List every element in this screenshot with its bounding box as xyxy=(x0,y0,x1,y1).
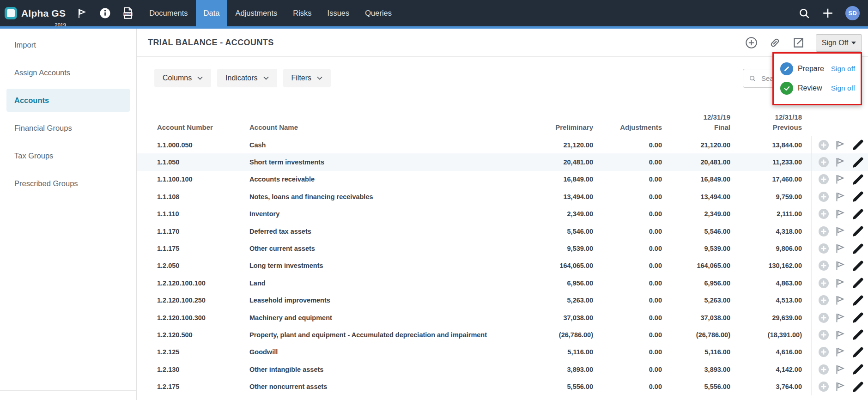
row-flag-icon[interactable] xyxy=(835,139,846,151)
row-add-icon[interactable] xyxy=(818,278,829,289)
row-edit-icon[interactable] xyxy=(851,328,865,341)
row-flag-icon[interactable] xyxy=(835,381,846,392)
nav-tab[interactable]: Queries xyxy=(357,0,400,26)
row-add-icon[interactable] xyxy=(818,139,829,151)
row-flag-icon[interactable] xyxy=(835,226,846,237)
filters-button[interactable]: Filters xyxy=(283,69,331,87)
col-account-name[interactable]: Account Name xyxy=(249,122,501,133)
col-account-number[interactable]: Account Number xyxy=(157,122,249,133)
row-edit-icon[interactable] xyxy=(851,190,865,203)
table-row[interactable]: 1.2.120.100.100 Land 6,956.00 0.00 6,956… xyxy=(137,274,868,291)
row-add-icon[interactable] xyxy=(818,243,829,254)
row-edit-icon[interactable] xyxy=(851,138,865,152)
sign-off-menu: Prepare Sign off Review Sign off xyxy=(772,52,862,105)
info-icon[interactable] xyxy=(99,7,111,19)
row-add-icon[interactable] xyxy=(818,346,829,358)
sidebar-item[interactable]: Prescribed Groups xyxy=(6,172,130,195)
review-sign-off-link[interactable]: Sign off xyxy=(831,84,855,92)
row-edit-icon[interactable] xyxy=(851,224,865,238)
row-add-icon[interactable] xyxy=(818,157,829,168)
row-flag-icon[interactable] xyxy=(835,260,846,271)
row-flag-icon[interactable] xyxy=(835,295,846,306)
indicators-button[interactable]: Indicators xyxy=(217,69,277,87)
table-row[interactable]: 1.2.120.100.250 Leasehold improvements 5… xyxy=(137,292,868,309)
row-edit-icon[interactable] xyxy=(851,173,865,186)
sidebar-item-label: Prescribed Groups xyxy=(14,179,78,188)
link-icon[interactable] xyxy=(769,36,781,49)
row-add-icon[interactable] xyxy=(818,208,829,219)
row-add-icon[interactable] xyxy=(818,260,829,271)
flag-icon[interactable] xyxy=(76,7,88,19)
table-row[interactable]: 1.2.120.500 Property, plant and equipmen… xyxy=(137,326,868,343)
table-row[interactable]: 1.2.125 Goodwill 5,116.00 0.00 5,116.00 … xyxy=(137,344,868,361)
xbrl-document-icon[interactable]: XBRL xyxy=(122,7,134,19)
row-flag-icon[interactable] xyxy=(835,191,846,202)
user-avatar[interactable]: SD xyxy=(845,6,860,20)
row-add-icon[interactable] xyxy=(818,191,829,202)
sidebar-item[interactable]: Import xyxy=(6,33,130,56)
table-row[interactable]: 1.1.110 Inventory 2,349.00 0.00 2,349.00… xyxy=(137,206,868,223)
row-add-icon[interactable] xyxy=(818,364,829,375)
row-edit-icon[interactable] xyxy=(851,259,865,273)
row-flag-icon[interactable] xyxy=(835,364,846,375)
sidebar-item[interactable]: Accounts xyxy=(6,89,130,112)
row-add-icon[interactable] xyxy=(818,329,829,340)
account-name-cell: Machinery and equipment xyxy=(249,314,501,321)
nav-tab[interactable]: Documents xyxy=(141,0,195,26)
adjustments-cell: 0.00 xyxy=(593,210,662,218)
table-row[interactable]: 1.2.050 Long term investments 164,065.00… xyxy=(137,257,868,274)
row-flag-icon[interactable] xyxy=(835,174,846,185)
sidebar-item[interactable]: Financial Groups xyxy=(6,116,130,139)
prepare-label: Prepare xyxy=(798,65,824,73)
row-edit-icon[interactable] xyxy=(851,242,865,255)
table-row[interactable]: 1.1.108 Notes, loans and financing recei… xyxy=(137,188,868,205)
table-row[interactable]: 1.1.175 Other current assets 9,539.00 0.… xyxy=(137,240,868,257)
row-flag-icon[interactable] xyxy=(835,208,846,219)
row-edit-icon[interactable] xyxy=(851,345,865,359)
sidebar-item[interactable]: Tax Groups xyxy=(6,144,130,167)
nav-tab-label: Issues xyxy=(328,9,350,18)
row-flag-icon[interactable] xyxy=(835,346,846,358)
table-row[interactable]: 1.2.175 Other noncurrent assets 5,556.00… xyxy=(137,378,868,395)
row-edit-icon[interactable] xyxy=(851,380,865,394)
col-previous[interactable]: 12/31/18 Previous xyxy=(730,112,802,133)
col-preliminary[interactable]: Preliminary xyxy=(501,122,593,133)
sidebar-item[interactable]: Assign Accounts xyxy=(6,61,130,84)
col-adjustments[interactable]: Adjustments xyxy=(593,122,662,133)
table-row[interactable]: 1.1.100.100 Accounts receivable 16,849.0… xyxy=(137,171,868,188)
create-icon[interactable] xyxy=(745,36,758,49)
row-flag-icon[interactable] xyxy=(835,278,846,289)
table-row[interactable]: 1.2.130 Other intangible assets 3,893.00… xyxy=(137,361,868,378)
account-name-cell: Land xyxy=(249,279,501,287)
row-flag-icon[interactable] xyxy=(835,243,846,254)
row-add-icon[interactable] xyxy=(818,312,829,323)
sign-off-button[interactable]: Sign Off xyxy=(816,34,862,52)
nav-tab[interactable]: Adjustments xyxy=(227,0,285,26)
col-final[interactable]: 12/31/19 Final xyxy=(662,112,730,133)
add-icon[interactable] xyxy=(822,7,834,19)
nav-tab[interactable]: Risks xyxy=(285,0,319,26)
row-add-icon[interactable] xyxy=(818,381,829,392)
row-edit-icon[interactable] xyxy=(851,207,865,221)
prepare-sign-off-link[interactable]: Sign off xyxy=(831,65,855,73)
table-row[interactable]: 1.2.120.100.300 Machinery and equipment … xyxy=(137,309,868,326)
row-edit-icon[interactable] xyxy=(851,311,865,324)
row-edit-icon[interactable] xyxy=(851,294,865,307)
search-icon[interactable] xyxy=(798,7,810,19)
columns-button[interactable]: Columns xyxy=(154,69,211,87)
row-flag-icon[interactable] xyxy=(835,157,846,168)
nav-tab[interactable]: Data xyxy=(196,0,228,26)
nav-tab[interactable]: Issues xyxy=(320,0,358,26)
row-add-icon[interactable] xyxy=(818,226,829,237)
row-add-icon[interactable] xyxy=(818,295,829,306)
row-add-icon[interactable] xyxy=(818,174,829,185)
export-icon[interactable] xyxy=(792,36,805,49)
row-edit-icon[interactable] xyxy=(851,156,865,169)
row-flag-icon[interactable] xyxy=(835,312,846,323)
table-row[interactable]: 1.1.000.050 Cash 21,120.00 0.00 21,120.0… xyxy=(137,136,868,153)
row-flag-icon[interactable] xyxy=(835,329,846,340)
table-row[interactable]: 1.1.170 Deferred tax assets 5,546.00 0.0… xyxy=(137,223,868,240)
row-edit-icon[interactable] xyxy=(851,276,865,290)
table-row[interactable]: 1.1.050 Short term investments 20,481.00… xyxy=(137,153,868,170)
row-edit-icon[interactable] xyxy=(851,363,865,376)
